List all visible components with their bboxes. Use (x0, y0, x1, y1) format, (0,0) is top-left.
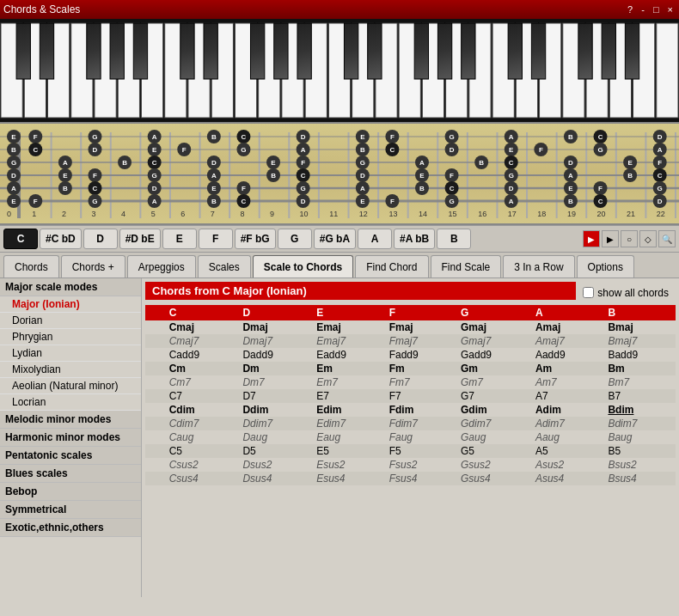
chord-cell-r10-c3[interactable]: Fsus2 (384, 458, 456, 472)
play-btn-0[interactable]: ▶ (583, 230, 600, 247)
sidebar-item-aeolian-natural-minor[interactable]: Aeolian (Natural minor) (0, 378, 141, 394)
chord-cell-r6-c3[interactable]: Fdim (384, 403, 456, 417)
chord-cell-r9-c1[interactable]: D5 (237, 444, 311, 458)
chord-cell-r7-c5[interactable]: Adim7 (530, 417, 603, 430)
chord-cell-r11-c1[interactable]: Dsus4 (237, 472, 311, 485)
chord-cell-r11-c5[interactable]: Asus4 (530, 472, 603, 485)
play-btn-4[interactable]: 🔍 (658, 230, 676, 247)
chord-cell-r4-c4[interactable]: Gm7 (456, 375, 530, 389)
sidebar-item-dorian[interactable]: Dorian (0, 313, 141, 329)
chord-cell-r2-c5[interactable]: Aadd9 (530, 348, 603, 362)
chord-cell-r8-c5[interactable]: Aaug (530, 430, 603, 444)
chord-cell-r5-c4[interactable]: G7 (456, 389, 530, 403)
chord-cell-r6-c6[interactable]: Bdim (603, 403, 676, 417)
chord-cell-r8-c1[interactable]: Daug (237, 430, 311, 444)
sidebar-category-pentatonic-scales[interactable]: Pentatonic scales (0, 447, 141, 465)
chord-cell-r0-c2[interactable]: Emaj (311, 320, 384, 334)
tab-options[interactable]: Options (577, 255, 634, 278)
chord-cell-r1-c3[interactable]: Fmaj7 (384, 334, 456, 348)
play-btn-3[interactable]: ◇ (639, 230, 657, 247)
chord-cell-r7-c2[interactable]: Edim7 (311, 417, 384, 430)
chord-cell-r6-c5[interactable]: Adim (530, 403, 603, 417)
chord-cell-r8-c4[interactable]: Gaug (456, 430, 530, 444)
chord-cell-r0-c1[interactable]: Dmaj (237, 320, 311, 334)
chord-cell-r0-c6[interactable]: Bmaj (603, 320, 676, 334)
chord-cell-r4-c3[interactable]: Fm7 (384, 375, 456, 389)
maximize-button[interactable]: □ (651, 4, 662, 15)
chord-cell-r9-c5[interactable]: A5 (530, 444, 603, 458)
chord-cell-r10-c4[interactable]: Gsus2 (456, 458, 530, 472)
chord-cell-r3-c1[interactable]: Dm (237, 362, 311, 375)
show-all-checkbox[interactable] (583, 287, 594, 298)
note-btn-G[interactable]: G (278, 229, 312, 249)
chord-cell-r5-c6[interactable]: B7 (603, 389, 676, 403)
chord-cell-r2-c1[interactable]: Dadd9 (237, 348, 311, 362)
note-btn-E[interactable]: E (162, 229, 197, 249)
chord-cell-r2-c2[interactable]: Eadd9 (311, 348, 384, 362)
sidebar-category-symmetrical[interactable]: Symmetrical (0, 501, 141, 519)
chord-cell-r7-c1[interactable]: Ddim7 (237, 417, 311, 430)
chord-cell-r1-c1[interactable]: Dmaj7 (237, 334, 311, 348)
chord-cell-r5-c1[interactable]: D7 (237, 389, 311, 403)
chord-cell-r9-c3[interactable]: F5 (384, 444, 456, 458)
chord-cell-r2-c0[interactable]: Cadd9 (164, 348, 238, 362)
chord-cell-r4-c1[interactable]: Dm7 (237, 375, 311, 389)
sidebar-item-major-ionian[interactable]: Major (Ionian) (0, 296, 141, 313)
chord-cell-r10-c1[interactable]: Dsus2 (237, 458, 311, 472)
note-btn-F[interactable]: F (199, 229, 233, 249)
chord-cell-r0-c5[interactable]: Amaj (530, 320, 603, 334)
chord-cell-r11-c3[interactable]: Fsus4 (384, 472, 456, 485)
chord-cell-r6-c2[interactable]: Edim (311, 403, 384, 417)
tab-chords-+[interactable]: Chords + (61, 255, 125, 278)
sidebar-item-mixolydian[interactable]: Mixolydian (0, 362, 141, 378)
tab-3-in-a-row[interactable]: 3 In a Row (503, 255, 574, 278)
tab-find-scale[interactable]: Find Scale (431, 255, 502, 278)
note-btn-A[interactable]: A (358, 229, 392, 249)
chord-cell-r8-c2[interactable]: Eaug (311, 430, 384, 444)
chord-cell-r4-c2[interactable]: Em7 (311, 375, 384, 389)
sidebar-category-major-scale-modes[interactable]: Major scale modes (0, 278, 141, 296)
chord-cell-r6-c4[interactable]: Gdim (456, 403, 530, 417)
chord-cell-r8-c6[interactable]: Baug (603, 430, 676, 444)
note-btn-B[interactable]: B (437, 229, 471, 249)
sidebar-category-melodic-minor-modes[interactable]: Melodic minor modes (0, 411, 141, 429)
sidebar-category-harmonic-minor-modes[interactable]: Harmonic minor modes (0, 429, 141, 447)
chord-cell-r11-c4[interactable]: Gsus4 (456, 472, 530, 485)
play-btn-1[interactable]: ▶ (602, 230, 619, 247)
note-btn-D[interactable]: D (83, 229, 118, 249)
chord-cell-r7-c0[interactable]: Cdim7 (164, 417, 238, 430)
guitar-canvas[interactable] (0, 124, 679, 225)
chord-cell-r3-c0[interactable]: Cm (164, 362, 238, 375)
note-btn-C[interactable]: C (3, 229, 38, 249)
chord-cell-r3-c5[interactable]: Am (530, 362, 603, 375)
show-all-chords-control[interactable]: show all chords (576, 287, 676, 299)
chord-cell-r10-c6[interactable]: Bsus2 (603, 458, 676, 472)
sidebar-category-exotic,ethnic,others[interactable]: Exotic,ethnic,others (0, 519, 141, 537)
chord-cell-r11-c6[interactable]: Bsus4 (603, 472, 676, 485)
play-btn-2[interactable]: ○ (621, 230, 638, 247)
chord-cell-r5-c5[interactable]: A7 (530, 389, 603, 403)
chord-cell-r8-c3[interactable]: Faug (384, 430, 456, 444)
chord-cell-r5-c0[interactable]: C7 (164, 389, 238, 403)
chord-cell-r1-c4[interactable]: Gmaj7 (456, 334, 530, 348)
sidebar-item-phrygian[interactable]: Phrygian (0, 329, 141, 345)
chord-cell-r2-c3[interactable]: Fadd9 (384, 348, 456, 362)
chord-cell-r9-c2[interactable]: E5 (311, 444, 384, 458)
chord-cell-r1-c6[interactable]: Bmaj7 (603, 334, 676, 348)
note-btn-sharpDbE[interactable]: #D bE (119, 229, 161, 249)
tab-scale-to-chords[interactable]: Scale to Chords (253, 255, 353, 278)
chord-cell-r9-c0[interactable]: C5 (164, 444, 238, 458)
chord-cell-r7-c4[interactable]: Gdim7 (456, 417, 530, 430)
chord-cell-r4-c6[interactable]: Bm7 (603, 375, 676, 389)
chord-cell-r0-c0[interactable]: Cmaj (164, 320, 238, 334)
chord-cell-r4-c5[interactable]: Am7 (530, 375, 603, 389)
chord-cell-r7-c6[interactable]: Bdim7 (603, 417, 676, 430)
note-btn-sharpGbA[interactable]: #G bA (314, 229, 356, 249)
tab-find-chord[interactable]: Find Chord (355, 255, 428, 278)
chord-cell-r6-c0[interactable]: Cdim (164, 403, 238, 417)
note-btn-sharpCbD[interactable]: #C bD (40, 229, 82, 249)
chord-cell-r10-c0[interactable]: Csus2 (164, 458, 238, 472)
chord-cell-r9-c6[interactable]: B5 (603, 444, 676, 458)
chord-cell-r1-c5[interactable]: Amaj7 (530, 334, 603, 348)
chord-cell-r7-c3[interactable]: Fdim7 (384, 417, 456, 430)
